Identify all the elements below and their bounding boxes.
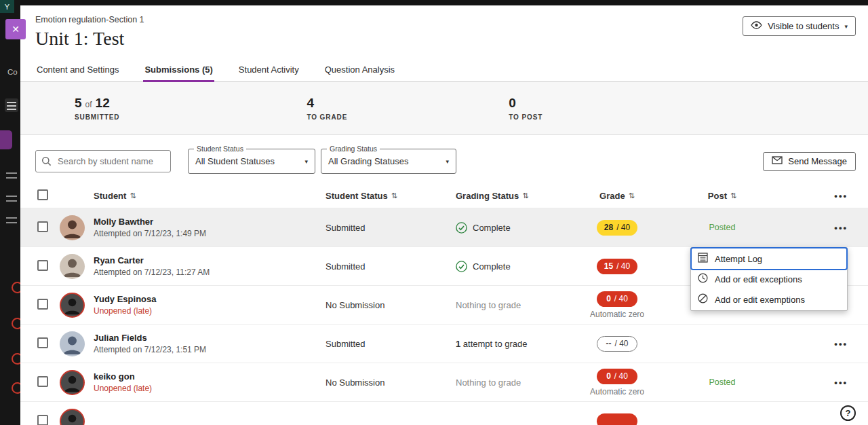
row-overflow-menu[interactable]: ••• bbox=[834, 377, 848, 388]
student-status-select[interactable]: Student Status All Student Statuses ▾ bbox=[188, 149, 315, 174]
attempt-subtext: Unopened (late) bbox=[94, 306, 326, 316]
menu-item-label: Add or edit exceptions bbox=[715, 274, 802, 284]
avatar bbox=[60, 215, 85, 240]
grade-score: 15 bbox=[604, 261, 613, 271]
row-checkbox[interactable] bbox=[37, 299, 48, 310]
student-name[interactable]: Julian Fields bbox=[94, 333, 326, 343]
eye-icon bbox=[751, 21, 762, 31]
tab-student-activity[interactable]: Student Activity bbox=[237, 58, 300, 82]
grade-total: / 40 bbox=[616, 261, 630, 271]
tab-question-analysis[interactable]: Question Analysis bbox=[323, 58, 396, 82]
stat-submitted-value: 5 bbox=[75, 96, 82, 111]
student-status-select-value: All Student Statuses bbox=[195, 156, 275, 166]
sort-icon[interactable]: ⇅ bbox=[730, 191, 736, 200]
search-input[interactable] bbox=[35, 150, 171, 172]
row-checkbox[interactable] bbox=[37, 221, 48, 232]
rail-red-mark bbox=[12, 382, 20, 394]
col-student[interactable]: Student bbox=[94, 191, 126, 201]
visibility-dropdown-button[interactable]: Visible to students ▾ bbox=[743, 16, 856, 36]
close-panel-button[interactable]: ✕ bbox=[5, 19, 26, 39]
col-post[interactable]: Post bbox=[708, 191, 727, 201]
grading-status-select-value: All Grading Statuses bbox=[328, 156, 409, 166]
stat-to-grade-value: 4 bbox=[307, 96, 314, 111]
student-status: No Submission bbox=[326, 300, 456, 310]
attempt-subtext: Attempted on 7/12/23, 1:49 PM bbox=[94, 229, 326, 238]
stat-to-grade-label: TO GRADE bbox=[307, 113, 347, 121]
attempt-log-icon bbox=[698, 253, 708, 265]
grading-status: Nothing to grade bbox=[456, 377, 570, 388]
tab-submissions[interactable]: Submissions (5) bbox=[143, 58, 214, 82]
page-title: Unit 1: Test bbox=[35, 28, 853, 50]
grade-score: 0 bbox=[606, 294, 611, 303]
table-row bbox=[20, 401, 868, 425]
grading-status-select[interactable]: Grading Status All Grading Statuses ▾ bbox=[321, 149, 456, 174]
menu-item-label: Attempt Log bbox=[715, 254, 762, 264]
rail-book-icon bbox=[5, 98, 18, 112]
grade-pill[interactable]: -- / 40 bbox=[597, 336, 637, 352]
grading-status-select-label: Grading Status bbox=[327, 145, 380, 153]
grading-status-text: Nothing to grade bbox=[456, 377, 521, 388]
avatar bbox=[60, 293, 85, 318]
chevron-down-icon: ▾ bbox=[844, 23, 848, 30]
table-overflow-menu[interactable]: ••• bbox=[834, 191, 848, 201]
grade-pill[interactable]: 0 / 40 bbox=[597, 369, 637, 384]
menu-item-exceptions[interactable]: Add or edit exceptions bbox=[692, 269, 846, 289]
complete-check-icon bbox=[456, 261, 467, 272]
row-context-menu: Attempt Log Add or edit exceptions Add o… bbox=[690, 247, 848, 311]
sort-icon[interactable]: ⇅ bbox=[391, 191, 397, 200]
automatic-zero-label: Automatic zero bbox=[590, 310, 644, 319]
assessment-panel: Emotion regulation-Section 1 Unit 1: Tes… bbox=[20, 5, 868, 425]
row-checkbox[interactable] bbox=[37, 337, 48, 348]
rail-menu-icon bbox=[6, 172, 17, 182]
tab-content-and-settings[interactable]: Content and Settings bbox=[35, 58, 120, 82]
grade-total: / 40 bbox=[614, 339, 628, 348]
menu-item-exemptions[interactable]: Add or edit exemptions bbox=[692, 289, 846, 310]
row-checkbox[interactable] bbox=[37, 260, 48, 271]
row-overflow-menu[interactable]: ••• bbox=[834, 339, 848, 349]
sort-icon[interactable]: ⇅ bbox=[629, 191, 635, 200]
sort-icon[interactable]: ⇅ bbox=[522, 191, 528, 200]
grade-total: / 40 bbox=[614, 371, 628, 381]
row-checkbox[interactable] bbox=[37, 376, 48, 387]
grade-pill[interactable]: 0 / 40 bbox=[597, 291, 637, 307]
col-student-status[interactable]: Student Status bbox=[326, 191, 388, 201]
student-name[interactable]: Molly Bawther bbox=[94, 217, 326, 227]
rail-partial-top: Y bbox=[0, 0, 14, 13]
help-button[interactable]: ? bbox=[840, 405, 856, 421]
stat-to-post: 0 TO POST bbox=[509, 96, 542, 121]
chevron-down-icon: ▾ bbox=[304, 158, 308, 165]
row-overflow-menu[interactable]: ••• bbox=[834, 223, 848, 233]
col-grading-status[interactable]: Grading Status bbox=[456, 191, 519, 201]
grade-total: / 40 bbox=[616, 223, 630, 232]
student-name[interactable]: keiko gon bbox=[94, 371, 326, 382]
send-message-button[interactable]: Send Message bbox=[763, 152, 856, 171]
envelope-icon bbox=[772, 156, 783, 166]
rail-grid-icon bbox=[6, 217, 17, 227]
grade-score: 0 bbox=[606, 371, 611, 381]
stat-to-post-label: TO POST bbox=[509, 113, 542, 121]
grade-pill[interactable] bbox=[597, 413, 637, 425]
row-checkbox[interactable] bbox=[37, 415, 48, 425]
select-all-checkbox[interactable] bbox=[37, 189, 48, 200]
student-status: Submitted bbox=[326, 339, 456, 349]
student-search bbox=[35, 150, 171, 172]
tab-bar: Content and Settings Submissions (5) Stu… bbox=[20, 58, 868, 82]
stats-bar: 5 of 12 SUBMITTED 4 TO GRADE 0 TO POST bbox=[20, 82, 868, 135]
stat-of-word: of bbox=[85, 100, 92, 109]
grade-pill[interactable]: 28 / 40 bbox=[597, 220, 637, 236]
post-status: Posted bbox=[665, 223, 780, 232]
table-header: Student⇅ Student Status⇅ Grading Status⇅… bbox=[20, 183, 868, 208]
col-grade[interactable]: Grade bbox=[599, 191, 625, 201]
menu-item-attempt-log[interactable]: Attempt Log bbox=[692, 248, 846, 269]
grade-score: 28 bbox=[604, 223, 613, 232]
breadcrumb: Emotion regulation-Section 1 bbox=[35, 15, 853, 24]
visibility-label: Visible to students bbox=[768, 21, 839, 31]
avatar bbox=[60, 409, 85, 425]
grading-status: Complete bbox=[456, 222, 570, 234]
student-name[interactable]: Ryan Carter bbox=[94, 255, 326, 265]
panel-header: Emotion regulation-Section 1 Unit 1: Tes… bbox=[20, 5, 868, 50]
grade-pill[interactable]: 15 / 40 bbox=[597, 259, 637, 274]
sort-icon[interactable]: ⇅ bbox=[130, 191, 136, 200]
student-name[interactable]: Yudy Espinosa bbox=[94, 294, 326, 304]
grade-total: / 40 bbox=[614, 294, 628, 303]
